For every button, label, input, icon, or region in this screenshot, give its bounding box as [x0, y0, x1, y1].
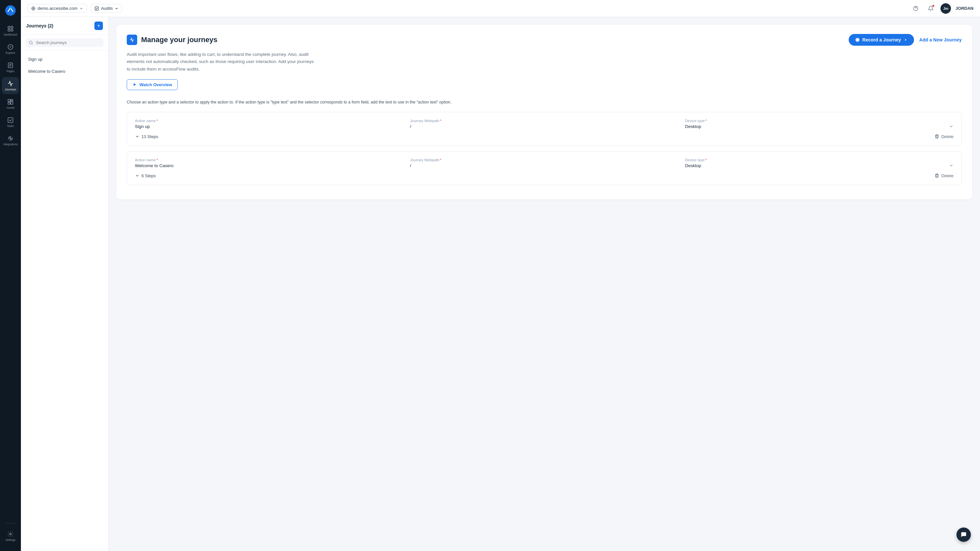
sidebar-item-explore[interactable]: Explore [2, 40, 19, 57]
delete-journey-button[interactable]: Delete [935, 134, 953, 139]
required-star: * [705, 158, 706, 162]
audits-label: Audits [101, 6, 113, 11]
header-actions: Record a Journey Add a New Journey [849, 34, 962, 46]
action-name-label: Action name* [135, 119, 403, 123]
sidebar-item-assets-label: Assets [6, 106, 15, 110]
svg-rect-11 [8, 99, 10, 102]
device-type-value[interactable]: Desktop [685, 124, 953, 129]
svg-rect-15 [8, 118, 13, 122]
topbar: demo.accessibe.com Audits [21, 0, 980, 17]
sidebar-item-pages[interactable]: Pages [2, 59, 19, 76]
watch-btn-label: Watch Overview [140, 82, 172, 87]
domain-selector[interactable]: demo.accessibe.com [27, 4, 87, 13]
journeys-panel: Journeys (2) + Sign up Welcome to Casero [21, 17, 108, 551]
play-icon [132, 82, 137, 87]
app-wrapper: demo.accessibe.com Audits [21, 0, 980, 551]
svg-point-1 [10, 7, 11, 9]
journey-card: Action name* Sign up Journey Webpath* / [127, 112, 962, 146]
svg-marker-25 [134, 83, 136, 86]
sidebar-item-explore-label: Explore [6, 51, 15, 54]
journeys-panel-title: Journeys (2) [26, 23, 53, 29]
sidebar-item-journeys[interactable]: Journeys [2, 77, 19, 94]
journeys-header: Journeys (2) + [21, 17, 108, 35]
add-journey-button[interactable]: + [94, 22, 103, 30]
journey-webpath-field: Journey Webpath* / [410, 119, 678, 129]
instruction-text: Choose an action type and a selector to … [127, 99, 962, 105]
steps-toggle[interactable]: 6 Steps [135, 173, 156, 178]
sidebar-item-integrations-label: Integrations [3, 143, 18, 146]
sidebar-item-integrations[interactable]: Integrations [2, 132, 19, 149]
journey-list: Sign up Welcome to Casero [21, 51, 108, 80]
record-journey-button[interactable]: Record a Journey [849, 34, 914, 46]
audits-icon [94, 6, 99, 11]
journey-device-type-field: Device type* Desktop [685, 119, 953, 129]
svg-point-16 [9, 137, 10, 138]
device-type-value[interactable]: Desktop [685, 163, 953, 168]
help-button[interactable] [910, 3, 921, 14]
sidebar-item-settings-label: Settings [6, 538, 16, 541]
search-icon [29, 40, 33, 45]
svg-rect-12 [11, 99, 13, 100]
watch-overview-button[interactable]: Watch Overview [127, 79, 178, 90]
audits-selector[interactable]: Audits [91, 4, 122, 13]
delete-journey-button[interactable]: Delete [935, 173, 953, 178]
user-name[interactable]: JORDAN [956, 6, 974, 11]
required-star: * [156, 119, 158, 123]
domain-label: demo.accessibe.com [38, 6, 78, 11]
topbar-right: Jm JORDAN [910, 3, 974, 14]
steps-label: 13 Steps [142, 134, 158, 139]
list-item[interactable]: Sign up [23, 54, 106, 65]
help-icon [913, 6, 919, 11]
chevron-down-icon [80, 6, 83, 10]
svg-point-22 [29, 41, 32, 44]
sidebar-item-dashboard[interactable]: Dashboard [2, 22, 19, 39]
svg-point-18 [10, 533, 11, 535]
svg-point-0 [5, 5, 16, 16]
user-avatar[interactable]: Jm [940, 3, 951, 14]
webpath-value: / [410, 163, 678, 168]
steps-toggle[interactable]: 13 Steps [135, 134, 158, 139]
search-input[interactable] [36, 40, 100, 45]
sidebar-item-settings[interactable]: Settings [2, 527, 19, 545]
chat-bubble[interactable] [956, 527, 971, 542]
device-type-label: Device type* [685, 119, 953, 123]
required-star: * [156, 158, 158, 162]
svg-rect-4 [8, 29, 10, 31]
sidebar-bottom: Settings [2, 521, 19, 547]
record-btn-label: Record a Journey [862, 37, 901, 43]
globe-icon [31, 6, 36, 11]
journeys-page-icon [129, 37, 135, 43]
svg-point-24 [856, 39, 858, 40]
search-box [21, 35, 108, 51]
required-star: * [705, 119, 706, 123]
list-item[interactable]: Welcome to Casero [23, 66, 106, 77]
manage-icon [127, 35, 137, 45]
manage-description: Audit important user flows, like adding … [127, 51, 316, 73]
journey-device-type-field: Device type* Desktop [685, 158, 953, 168]
sidebar-item-assets[interactable]: Assets [2, 95, 19, 112]
webpath-value: / [410, 124, 678, 129]
svg-rect-2 [8, 26, 10, 28]
journey-card-footer: 13 Steps Delete [135, 134, 953, 139]
chevron-down-icon [135, 134, 140, 139]
sidebar: Dashboard Explore Pages Journeys [0, 0, 21, 551]
sidebar-item-journeys-label: Journeys [5, 88, 16, 91]
required-star: * [440, 158, 441, 162]
webpath-label: Journey Webpath* [410, 119, 678, 123]
app-logo [4, 4, 17, 17]
svg-point-17 [10, 138, 12, 140]
sidebar-item-dashboard-label: Dashboard [3, 33, 18, 36]
topbar-left: demo.accessibe.com Audits [27, 4, 122, 13]
svg-rect-14 [8, 102, 10, 104]
sidebar-nav: Dashboard Explore Pages Journeys [0, 22, 21, 521]
journey-action-name-field: Action name* Sign up [135, 119, 403, 129]
journey-card-row: Action name* Sign up Journey Webpath* / [135, 119, 953, 129]
add-new-journey-button[interactable]: Add a New Journey [919, 37, 962, 43]
manage-header: Manage your journeys Record a Journey [127, 34, 962, 46]
notification-button[interactable] [926, 3, 936, 14]
chevron-down-icon [949, 124, 953, 129]
search-input-wrapper [25, 38, 103, 47]
notification-dot [932, 5, 935, 7]
sidebar-item-tasks[interactable]: Tasks [2, 114, 19, 130]
svg-rect-13 [11, 102, 13, 104]
